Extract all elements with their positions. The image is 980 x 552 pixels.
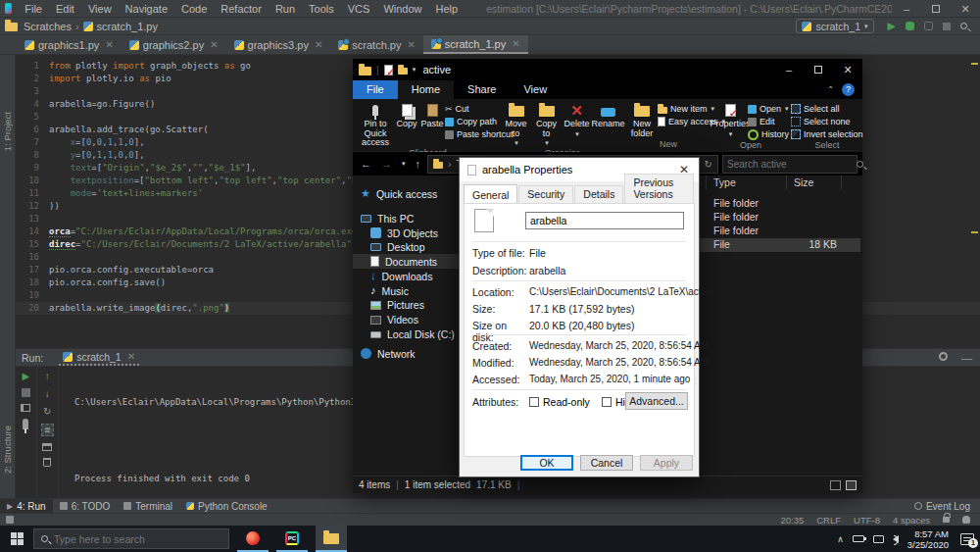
tool-window-structure[interactable]: 2: Structure — [2, 426, 13, 474]
restore-icon[interactable] — [921, 0, 951, 18]
tool-window-run-button[interactable]: ▶ 4: Run — [0, 499, 53, 513]
tool-window-terminal-button[interactable]: Terminal — [117, 499, 179, 513]
battery-icon[interactable] — [853, 535, 864, 542]
taskbar-clock[interactable]: 8:57 AM 3/25/2020 — [907, 528, 949, 550]
print-icon[interactable] — [42, 443, 52, 451]
breadcrumb-root[interactable]: Scratches — [24, 21, 72, 32]
collapse-ribbon-chevron-icon[interactable]: ⌃ — [827, 85, 834, 94]
advanced-button[interactable]: Advanced... — [625, 392, 688, 410]
close-run-tab-icon[interactable]: ✕ — [127, 351, 135, 362]
menu-view[interactable]: View — [81, 0, 119, 18]
breadcrumb-file[interactable]: scratch_1.py — [97, 21, 158, 32]
copy-button[interactable]: Copy — [394, 101, 419, 148]
pin-tab-icon[interactable] — [23, 419, 28, 429]
checkbox-icon[interactable] — [602, 397, 612, 407]
column-header-size[interactable]: Size — [794, 176, 813, 188]
restart-icon[interactable]: ↻ — [43, 406, 51, 417]
rerun-icon[interactable]: ▶ — [22, 371, 29, 381]
new-folder-button[interactable]: New folder — [626, 101, 658, 139]
paste-button[interactable]: Paste — [419, 101, 445, 148]
close-tab-icon[interactable]: ✕ — [105, 39, 113, 50]
run-button[interactable]: ▶ — [888, 19, 896, 33]
soft-wrap-icon[interactable]: ≣ — [41, 424, 54, 436]
taskbar-app-explorer[interactable] — [316, 526, 347, 552]
apply-button[interactable]: Apply — [640, 455, 693, 471]
encoding-indicator[interactable]: UTF-8 — [854, 515, 880, 526]
run-tab-scratch-1[interactable]: scratch_1 ✕ — [59, 349, 139, 366]
menu-navigate[interactable]: Navigate — [119, 0, 174, 18]
nav-this-pc[interactable]: This PC — [353, 211, 461, 226]
history-button[interactable]: History — [748, 128, 789, 140]
menu-refactor[interactable]: Refactor — [214, 0, 269, 18]
line-ending-indicator[interactable]: CRLF — [816, 515, 841, 526]
tool-window-project[interactable]: 1: Project — [2, 112, 13, 151]
tab-scratch[interactable]: scratch.py✕ — [330, 35, 423, 54]
new-item-button[interactable]: New item — [658, 103, 710, 115]
invert-selection-button[interactable]: Invert selection — [791, 128, 863, 140]
clear-console-icon[interactable] — [43, 458, 51, 467]
menu-file[interactable]: File — [18, 0, 49, 18]
tool-window-python-console-button[interactable]: Python Console — [179, 499, 274, 513]
recent-locations-chevron-icon[interactable]: ▾ — [399, 160, 409, 168]
coverage-button[interactable] — [924, 22, 933, 30]
start-button[interactable] — [0, 526, 33, 552]
inspections-hector-icon[interactable] — [962, 516, 970, 524]
event-log-button[interactable]: Event Log — [914, 501, 970, 512]
taskbar-app-pycharm[interactable]: PC — [276, 526, 308, 552]
volume-icon[interactable] — [893, 535, 899, 543]
run-settings-gear-icon[interactable] — [939, 352, 948, 361]
file-name-input[interactable] — [525, 212, 684, 229]
nav-videos[interactable]: Videos — [353, 312, 461, 326]
hide-panel-icon[interactable]: — — [961, 352, 972, 364]
edit-button[interactable]: Edit — [748, 116, 789, 127]
caret-position[interactable]: 20:35 — [780, 515, 804, 526]
easy-access-button[interactable]: Easy access — [658, 116, 710, 127]
search-everywhere-icon[interactable] — [960, 19, 967, 33]
debug-button[interactable] — [906, 22, 914, 30]
stop-button[interactable] — [943, 23, 951, 30]
explorer-title-bar[interactable]: | ✓ ▾ active – ✕ — [353, 59, 862, 80]
nav-local-disk[interactable]: Local Disk (C:) — [353, 326, 461, 341]
refresh-icon[interactable]: ↻ — [705, 159, 712, 170]
readonly-lock-icon[interactable] — [943, 517, 950, 523]
cancel-button[interactable]: Cancel — [580, 455, 633, 471]
ok-button[interactable]: OK — [520, 455, 573, 471]
checkbox-icon[interactable] — [529, 397, 539, 407]
taskbar-app-browser[interactable] — [237, 526, 269, 552]
editor-warning-mark[interactable] — [971, 63, 978, 65]
tool-window-switcher-icon[interactable] — [6, 516, 14, 524]
back-icon[interactable]: ← — [358, 158, 374, 170]
tab-graphics3[interactable]: graphics3.py✕ — [226, 35, 331, 54]
rename-button[interactable]: Rename — [592, 101, 624, 148]
close-tab-icon[interactable]: ✕ — [407, 39, 415, 50]
menu-code[interactable]: Code — [174, 0, 214, 18]
minimize-icon[interactable]: – — [892, 0, 921, 18]
open-button[interactable]: Open — [748, 103, 789, 115]
nav-network[interactable]: Network — [353, 346, 461, 361]
ribbon-tab-home[interactable]: Home — [398, 80, 454, 99]
properties-button[interactable]: ✓ Properties — [712, 101, 748, 140]
close-icon[interactable]: ✕ — [951, 0, 980, 18]
menu-tools[interactable]: Tools — [302, 0, 341, 18]
select-all-button[interactable]: Select all — [791, 103, 863, 115]
menu-help[interactable]: Help — [429, 0, 466, 18]
up-stack-trace-icon[interactable]: ↑ — [45, 371, 50, 381]
qat-customize-chevron-icon[interactable]: ▾ — [413, 66, 416, 74]
dialog-tab-general[interactable]: General — [464, 184, 517, 204]
nav-quick-access[interactable]: ★Quick access — [353, 186, 461, 201]
action-center-icon[interactable]: 1 — [960, 533, 974, 545]
tool-window-todo-button[interactable]: 6: TODO — [53, 499, 118, 513]
nav-pictures[interactable]: Pictures — [353, 297, 461, 312]
down-stack-trace-icon[interactable]: ↓ — [45, 388, 50, 399]
details-view-icon[interactable] — [830, 480, 841, 490]
close-tab-icon[interactable]: ✕ — [315, 39, 322, 50]
help-icon[interactable]: ? — [842, 83, 855, 96]
tab-graphics1[interactable]: graphics1.py✕ — [17, 35, 122, 54]
move-to-button[interactable]: Move to — [501, 101, 531, 148]
dialog-tab-previous-versions[interactable]: Previous Versions — [624, 174, 694, 203]
qat-new-folder-icon[interactable] — [398, 68, 408, 75]
ribbon-tab-view[interactable]: View — [510, 80, 561, 99]
network-icon[interactable] — [873, 535, 884, 543]
menu-window[interactable]: Window — [376, 0, 428, 18]
close-tab-icon[interactable]: ✕ — [210, 39, 218, 50]
